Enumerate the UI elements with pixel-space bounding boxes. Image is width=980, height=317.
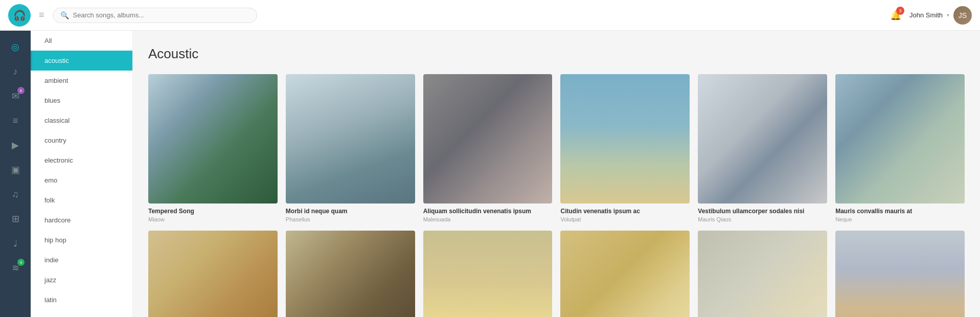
album-thumbnail <box>835 74 965 203</box>
album-thumbnail <box>698 74 827 203</box>
user-name-label: John Smith <box>909 11 943 19</box>
genre-item-acoustic[interactable]: acoustic <box>31 51 132 71</box>
main-layout: ◎ ♪ ✉ 6 ≡ ▶ ▣ ♫ ⊞ ♩ ≋ 9 All acoustic amb… <box>0 31 980 317</box>
album-title: Citudin venenatis ipsum ac <box>560 208 690 216</box>
menu-icon[interactable]: ≡ <box>39 10 44 20</box>
chevron-down-icon: ▾ <box>947 12 949 18</box>
sidebar-icon-list[interactable]: ≡ <box>4 109 27 132</box>
album-title: Vestibulum ullamcorper sodales nisi <box>698 208 827 216</box>
genre-item-hiphop[interactable]: hip hop <box>31 230 132 250</box>
icon-sidebar: ◎ ♪ ✉ 6 ≡ ▶ ▣ ♫ ⊞ ♩ ≋ 9 <box>0 31 31 317</box>
album-card[interactable]: Album Eight Artist Eight <box>286 231 415 317</box>
album-card[interactable]: Aliquam sollicitudin venenatis ipsum Mal… <box>423 74 553 222</box>
topbar-right: 🔔 3 John Smith ▾ JS <box>890 6 972 25</box>
album-card[interactable]: Mauris convallis mauris at Neque <box>835 74 965 222</box>
page-title: Acoustic <box>148 46 965 62</box>
album-image <box>148 231 278 317</box>
album-image <box>148 74 278 203</box>
album-thumbnail <box>698 231 827 317</box>
album-thumbnail <box>423 74 553 203</box>
genre-item-latin[interactable]: latin <box>31 290 132 310</box>
search-bar[interactable]: 🔍 <box>53 8 257 23</box>
album-image <box>560 74 690 203</box>
app-logo[interactable]: 🎧 <box>8 4 31 27</box>
album-artist: Phasellus <box>286 216 415 222</box>
album-title: Aliquam sollicitudin venenatis ipsum <box>423 208 553 216</box>
album-thumbnail <box>286 231 415 317</box>
sidebar-icon-music2[interactable]: ♫ <box>4 183 27 206</box>
album-artist: Mauris Qiaos <box>698 216 827 222</box>
album-artist: Miaow <box>148 216 278 222</box>
album-card[interactable]: Album Seven Artist Seven <box>148 231 278 317</box>
sidebar-icon-grid[interactable]: ⊞ <box>4 208 27 230</box>
avatar: JS <box>953 6 972 25</box>
sidebar-icon-note[interactable]: ♩ <box>4 232 27 255</box>
album-thumbnail <box>835 231 965 317</box>
album-image <box>423 74 553 203</box>
equalizer-badge: 9 <box>17 259 25 266</box>
album-card[interactable]: Morbi id neque quam Phasellus <box>286 74 415 222</box>
genre-item-folk[interactable]: folk <box>31 190 132 210</box>
album-image <box>286 74 415 203</box>
notification-button[interactable]: 🔔 3 <box>890 10 901 21</box>
sidebar-icon-equalizer[interactable]: ≋ 9 <box>4 257 27 279</box>
album-card[interactable]: Tempered Song Miaow <box>148 74 278 222</box>
genre-item-jazz[interactable]: jazz <box>31 270 132 290</box>
genre-item-classical[interactable]: classical <box>31 110 132 130</box>
genre-item-emo[interactable]: emo <box>31 170 132 190</box>
album-image <box>698 74 827 203</box>
genre-item-electronic[interactable]: electronic <box>31 150 132 170</box>
album-card[interactable]: Citudin venenatis ipsum ac Volutpat <box>560 74 690 222</box>
album-card[interactable]: Vestibulum ullamcorper sodales nisi Maur… <box>698 74 827 222</box>
album-card[interactable]: Album Ten Artist Ten <box>560 231 690 317</box>
sidebar-icon-monitor[interactable]: ▣ <box>4 158 27 181</box>
album-image <box>423 231 553 317</box>
album-image <box>835 231 965 317</box>
content-area: Acoustic Tempered Song Miaow Morbi id ne… <box>133 31 980 317</box>
album-thumbnail <box>560 74 690 203</box>
album-artist: Volutpat <box>560 216 690 222</box>
album-title: Mauris convallis mauris at <box>835 208 965 216</box>
album-thumbnail <box>423 231 553 317</box>
album-card[interactable]: Album Nine Artist Nine <box>423 231 553 317</box>
sidebar-icon-video[interactable]: ▶ <box>4 134 27 156</box>
album-title: Morbi id neque quam <box>286 208 415 216</box>
topbar: 🎧 ≡ 🔍 🔔 3 John Smith ▾ JS <box>0 0 980 31</box>
album-card[interactable]: Album Eleven Artist Eleven <box>698 231 827 317</box>
album-thumbnail <box>148 74 278 203</box>
album-card[interactable]: Album Twelve Artist Twelve <box>835 231 965 317</box>
album-thumbnail <box>148 231 278 317</box>
search-icon: 🔍 <box>60 11 69 19</box>
album-artist: Neque <box>835 216 965 222</box>
album-title: Tempered Song <box>148 208 278 216</box>
genre-item-ambient[interactable]: ambient <box>31 71 132 90</box>
genre-item-all[interactable]: All <box>31 31 132 51</box>
genre-sidebar: All acoustic ambient blues classical cou… <box>31 31 133 317</box>
mail-badge: 6 <box>17 87 25 94</box>
sidebar-icon-mail[interactable]: ✉ 6 <box>4 85 27 107</box>
notification-badge: 3 <box>896 7 904 15</box>
genre-item-country[interactable]: country <box>31 130 132 150</box>
genre-item-hardcore[interactable]: hardcore <box>31 210 132 230</box>
album-thumbnail <box>560 231 690 317</box>
search-input[interactable] <box>73 11 249 19</box>
genre-item-blues[interactable]: blues <box>31 90 132 110</box>
album-image <box>560 231 690 317</box>
album-image <box>698 231 827 317</box>
sidebar-icon-music[interactable]: ♪ <box>4 60 27 83</box>
album-thumbnail <box>286 74 415 203</box>
user-menu[interactable]: John Smith ▾ JS <box>909 6 972 25</box>
album-grid: Tempered Song Miaow Morbi id neque quam … <box>148 74 965 317</box>
album-image <box>286 231 415 317</box>
sidebar-icon-radio[interactable]: ◎ <box>4 36 27 58</box>
album-image <box>835 74 965 203</box>
genre-item-indie[interactable]: indie <box>31 250 132 270</box>
album-artist: Malesuada <box>423 216 553 222</box>
